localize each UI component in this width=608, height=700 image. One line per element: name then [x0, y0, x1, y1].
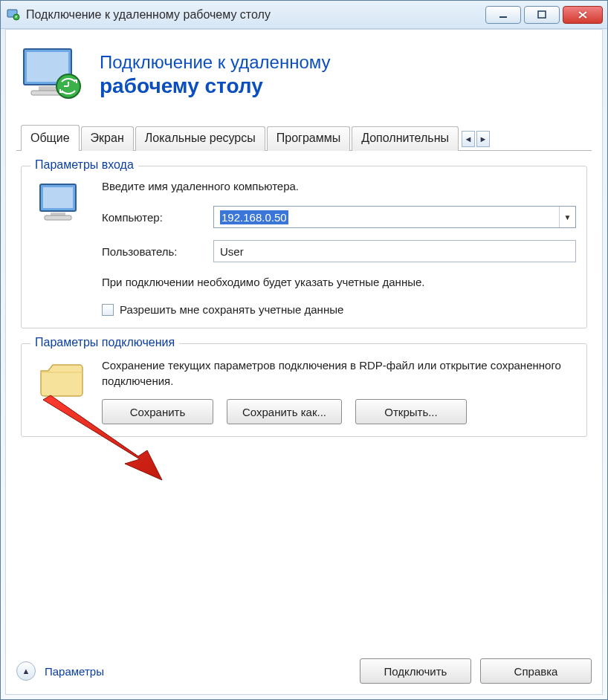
computer-value: 192.168.0.50	[220, 210, 288, 224]
login-instruction: Введите имя удаленного компьютера.	[102, 180, 576, 192]
save-button[interactable]: Сохранить	[102, 399, 213, 424]
tab-programs[interactable]: Программы	[267, 126, 350, 151]
header-line1: Подключение к удаленному	[100, 52, 331, 74]
header-text: Подключение к удаленному рабочему столу	[100, 52, 331, 98]
header: Подключение к удаленному рабочему столу	[16, 37, 592, 124]
save-credentials-row[interactable]: Разрешить мне сохранять учетные данные	[102, 303, 576, 316]
tabs: Общие Экран Локальные ресурсы Программы …	[16, 124, 592, 151]
svg-rect-12	[45, 215, 71, 220]
credentials-hint: При подключении необходимо будет указать…	[102, 274, 576, 290]
svg-rect-10	[43, 187, 73, 208]
connection-text: Сохранение текущих параметров подключени…	[102, 357, 576, 389]
save-as-button[interactable]: Сохранить как...	[227, 399, 342, 424]
svg-rect-11	[51, 213, 65, 215]
connection-group-title: Параметры подключения	[30, 336, 179, 349]
options-label[interactable]: Параметры	[45, 665, 104, 678]
rdp-large-icon	[21, 45, 88, 106]
user-label: Пользователь:	[102, 245, 213, 258]
tab-advanced[interactable]: Дополнительны	[352, 126, 459, 151]
computer-label: Компьютер:	[102, 211, 213, 224]
header-line2: рабочему столу	[100, 74, 331, 99]
titlebar: Подключение к удаленному рабочему столу	[1, 1, 607, 29]
computer-combobox[interactable]: 192.168.0.50 ▼	[213, 206, 576, 228]
tab-general[interactable]: Общие	[21, 125, 80, 151]
user-value: User	[220, 245, 244, 258]
window-title: Подключение к удаленному рабочему столу	[26, 8, 485, 22]
chevron-down-icon[interactable]: ▼	[559, 207, 575, 227]
connection-groupbox: Параметры подключения Сохранение текущих…	[21, 343, 587, 437]
user-field[interactable]: User	[213, 240, 576, 262]
tab-scroll-right-icon[interactable]: ►	[476, 131, 490, 147]
connect-button[interactable]: Подключить	[360, 658, 471, 684]
svg-rect-2	[499, 16, 507, 18]
save-credentials-checkbox[interactable]	[102, 304, 114, 316]
maximize-button[interactable]	[524, 6, 560, 24]
window-controls	[485, 6, 603, 24]
login-groupbox: Параметры входа Введите имя удаленного к…	[21, 166, 587, 328]
app-icon	[7, 8, 20, 22]
tab-local-resources[interactable]: Локальные ресурсы	[135, 126, 265, 151]
folder-icon	[32, 357, 91, 424]
tab-scroll-left-icon[interactable]: ◄	[462, 131, 475, 147]
rdp-window: Подключение к удаленному рабочему столу	[0, 0, 608, 700]
options-toggle[interactable]: ▲	[16, 661, 36, 681]
svg-rect-3	[538, 11, 546, 18]
svg-rect-6	[39, 86, 56, 91]
save-credentials-label: Разрешить мне сохранять учетные данные	[120, 303, 343, 316]
help-button[interactable]: Справка	[480, 658, 592, 684]
close-button[interactable]	[563, 6, 603, 24]
minimize-button[interactable]	[485, 6, 521, 24]
tab-display[interactable]: Экран	[81, 126, 134, 151]
footer: ▲ Параметры Подключить Справка	[16, 658, 592, 684]
computer-icon	[32, 180, 91, 316]
login-group-title: Параметры входа	[30, 158, 138, 172]
client-area: Подключение к удаленному рабочему столу …	[5, 29, 603, 695]
open-button[interactable]: Открыть...	[355, 399, 467, 424]
